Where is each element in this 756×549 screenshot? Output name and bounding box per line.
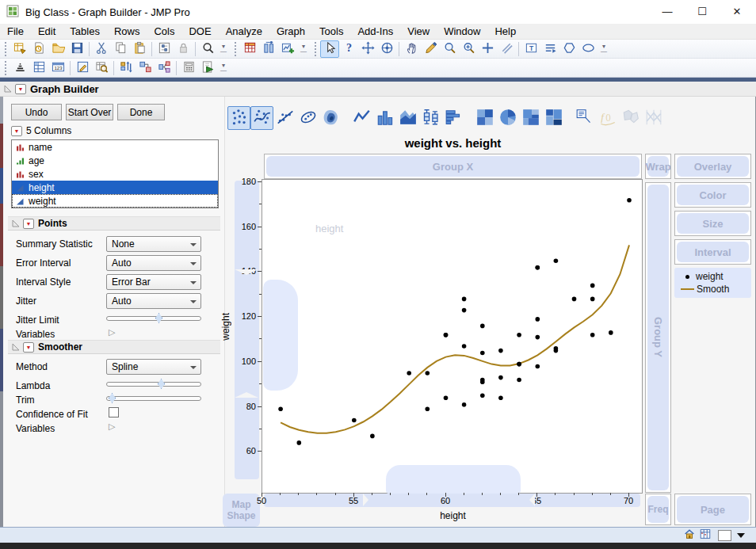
undo-button[interactable]: Undo [11,104,62,120]
slider-thumb[interactable] [109,393,116,403]
data-point[interactable] [352,418,357,423]
data-point[interactable] [426,371,430,376]
red-triangle-menu-icon[interactable]: ▼ [23,342,34,353]
table-search-button[interactable] [92,59,111,77]
palette-line-of-fit-button[interactable] [273,106,296,130]
calculator-button[interactable] [179,59,198,77]
open-folder-button[interactable] [48,40,67,58]
palette-caption-box-button[interactable] [573,106,596,130]
oval-tool[interactable] [578,40,598,58]
sort-tool[interactable] [10,59,29,77]
palette-points-button[interactable] [227,106,250,130]
palette-treemap-button[interactable] [519,106,542,130]
polygon-tool[interactable] [559,40,578,58]
palette-smoother-button[interactable] [250,106,273,130]
crosshair-tool[interactable] [478,40,497,58]
palette-pie-button[interactable] [496,106,519,130]
globe-tool[interactable] [377,40,396,58]
data-point[interactable] [536,364,540,369]
column-item-height[interactable]: height [12,181,218,194]
join-tables-button[interactable] [136,59,155,77]
confidence-of-fit-checkbox[interactable] [109,407,119,417]
dropdown-arrow-icon[interactable] [737,533,745,538]
error-interval-select[interactable]: Auto [106,255,201,271]
data-point[interactable] [480,324,485,329]
palette-contour-button[interactable] [319,106,342,130]
column-item-weight[interactable]: weight [12,194,218,208]
home-icon[interactable] [682,528,697,543]
data-point[interactable] [426,407,430,412]
grabber-tool[interactable] [358,40,377,58]
toolbar-overflow-icon[interactable]: ▾— [220,44,227,54]
interval-style-select[interactable]: Error Bar [106,274,201,290]
menu-cols[interactable]: Cols [147,24,181,39]
cut-button[interactable] [92,40,111,58]
data-point[interactable] [572,297,577,302]
data-point[interactable] [278,407,283,412]
group-y-zone[interactable]: Group Y [645,182,671,493]
collapse-triangle-icon[interactable] [12,219,20,227]
palette-bar-button[interactable] [373,106,396,130]
note-tool[interactable] [73,59,92,77]
palette-line-button[interactable] [350,106,373,130]
legend-item-weight[interactable]: weight [681,270,751,283]
copy-button[interactable] [111,40,130,58]
variables-disclosure-icon[interactable]: ▷ [109,327,115,337]
data-point[interactable] [480,378,485,383]
menu-edit[interactable]: Edit [31,24,63,39]
red-triangle-menu-icon[interactable]: ▼ [23,219,34,229]
data-point[interactable] [536,335,540,340]
table-status-icon[interactable] [697,528,713,543]
data-point[interactable] [480,394,485,398]
collapse-triangle-icon[interactable] [4,85,12,93]
column-item-name[interactable]: name [12,140,218,154]
data-point[interactable] [480,351,485,356]
panel-grid-button[interactable] [29,59,48,77]
data-point[interactable] [444,395,449,400]
freq-zone[interactable]: Freq [645,494,671,525]
brush-tool[interactable] [421,40,440,58]
run-script-button[interactable] [198,59,217,77]
zoom-in-tool[interactable] [459,40,478,58]
menu-file[interactable]: File [0,24,31,39]
menu-rows[interactable]: Rows [107,24,147,39]
palette-mosaic-button[interactable] [542,106,565,130]
palette-histogram-button[interactable] [442,106,465,130]
toolbar-overflow-icon[interactable]: ▾— [601,44,607,54]
toolbar-grip[interactable] [3,61,8,75]
column-item-sex[interactable]: sex [12,167,218,181]
variables-disclosure-icon[interactable]: ▷ [109,421,115,432]
menu-help[interactable]: Help [487,24,523,39]
palette-area-button[interactable] [396,106,419,130]
wrap-zone[interactable]: Wrap [645,154,671,179]
toolbar-overflow-icon[interactable]: ▾— [220,63,227,73]
overlay-zone[interactable]: Overlay [674,154,751,179]
lambda-slider[interactable] [106,379,201,390]
menu-doe[interactable]: DOE [181,24,218,39]
palette-ellipse-button[interactable] [296,106,319,130]
interval-zone[interactable]: Interval [674,239,751,265]
data-point[interactable] [554,346,559,351]
menu-window[interactable]: Window [437,24,487,39]
minimize-button[interactable]: — [650,0,685,23]
data-point[interactable] [517,362,521,367]
summary-statistic-select[interactable]: None [106,236,201,252]
toolbar-grip[interactable] [3,42,8,56]
search-button[interactable] [198,40,217,58]
toolbar-overflow-icon[interactable]: ▾— [300,44,307,54]
jitter-limit-slider[interactable] [106,313,201,324]
new-graph-button[interactable] [278,40,297,58]
text-box-tool[interactable]: T [521,40,540,58]
hand-tool[interactable] [402,40,421,58]
annotate-tool[interactable] [497,40,516,58]
open-recent-button[interactable] [29,40,48,58]
start-over-button[interactable]: Start Over [66,104,113,120]
legend-item-smooth[interactable]: Smooth [681,283,751,295]
maximize-button[interactable]: ☐ [685,0,720,23]
color-zone[interactable]: Color [674,182,751,208]
data-point[interactable] [462,344,467,349]
data-point[interactable] [370,434,375,439]
data-point[interactable] [444,333,449,337]
menu-addins[interactable]: Add-Ins [350,24,400,39]
data-point[interactable] [498,376,503,380]
